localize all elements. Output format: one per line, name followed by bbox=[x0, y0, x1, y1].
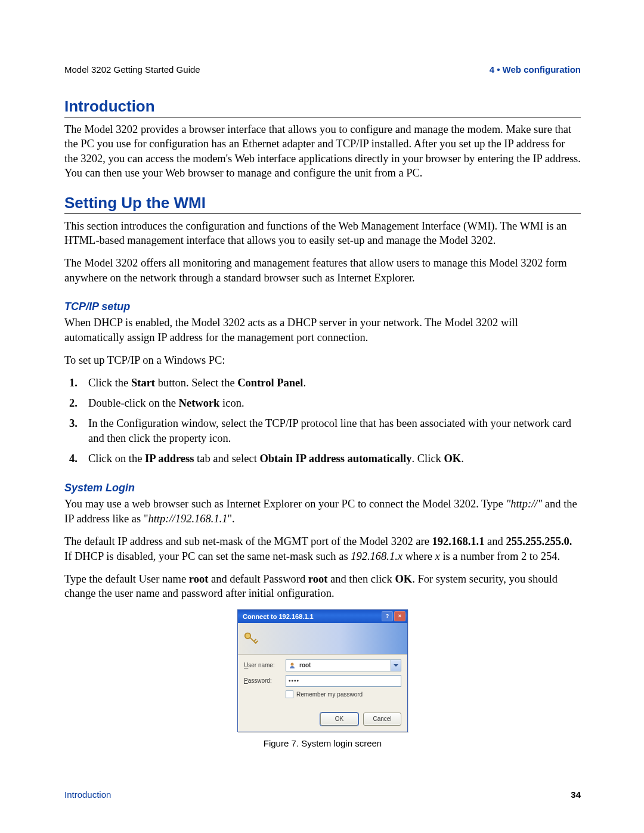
page-number: 34 bbox=[571, 789, 581, 800]
rule bbox=[64, 117, 581, 117]
wmi-paragraph-1: This section introduces the configuratio… bbox=[64, 219, 581, 248]
subsection-title-system-login: System Login bbox=[64, 482, 581, 494]
keys-icon bbox=[243, 630, 261, 648]
footer-section-name: Introduction bbox=[64, 789, 111, 800]
login-paragraph-2: The default IP address and sub net-mask … bbox=[64, 534, 581, 563]
help-button[interactable]: ? bbox=[382, 611, 393, 621]
step-4: Click on the IP address tab and select O… bbox=[85, 451, 581, 466]
user-icon bbox=[289, 662, 296, 669]
svg-point-1 bbox=[291, 662, 294, 665]
tcpip-steps-list: Click the Start button. Select the Contr… bbox=[64, 376, 581, 466]
section-title-wmi: Setting Up the WMI bbox=[64, 194, 581, 212]
header-chapter: 4 • Web configuration bbox=[490, 64, 581, 75]
step-3: In the Configuration window, select the … bbox=[85, 416, 581, 446]
section-title-introduction: Introduction bbox=[64, 97, 581, 116]
subsection-title-tcpip: TCP/IP setup bbox=[64, 301, 581, 313]
remember-label: Remember my password bbox=[296, 691, 363, 698]
chevron-down-icon[interactable] bbox=[391, 660, 401, 671]
step-2: Double-click on the Network icon. bbox=[85, 396, 581, 411]
remember-password-row[interactable]: Remember my password bbox=[244, 690, 401, 698]
step-1: Click the Start button. Select the Contr… bbox=[85, 376, 581, 391]
dialog-titlebar: Connect to 192.168.1.1 ? × bbox=[238, 610, 407, 623]
page-header: Model 3202 Getting Started Guide 4 • Web… bbox=[64, 64, 581, 75]
tcpip-paragraph-1: When DHCP is enabled, the Model 3202 act… bbox=[64, 315, 581, 345]
header-guide-name: Model 3202 Getting Started Guide bbox=[64, 64, 200, 75]
rule bbox=[64, 213, 581, 214]
username-combobox[interactable]: root bbox=[286, 659, 401, 671]
login-paragraph-3: Type the default User name root and defa… bbox=[64, 572, 581, 601]
figure-caption: Figure 7. System login screen bbox=[64, 738, 581, 748]
login-paragraph-1: You may use a web browser such as Intern… bbox=[64, 497, 581, 526]
password-label: Password: bbox=[244, 677, 286, 684]
remember-checkbox[interactable] bbox=[286, 690, 293, 698]
tcpip-paragraph-2: To set up TCP/IP on a Windows PC: bbox=[64, 353, 581, 367]
page-footer: Introduction 34 bbox=[64, 789, 581, 800]
dialog-banner bbox=[238, 623, 407, 655]
cancel-button[interactable]: Cancel bbox=[363, 713, 401, 726]
intro-paragraph: The Model 3202 provides a browser interf… bbox=[64, 122, 581, 181]
ok-button[interactable]: OK bbox=[320, 713, 358, 726]
username-label: User name: bbox=[244, 662, 286, 668]
password-input[interactable]: •••• bbox=[286, 675, 401, 687]
close-button[interactable]: × bbox=[394, 611, 405, 621]
dialog-title: Connect to 192.168.1.1 bbox=[243, 613, 314, 620]
password-value: •••• bbox=[289, 677, 299, 684]
wmi-paragraph-2: The Model 3202 offers all monitoring and… bbox=[64, 256, 581, 285]
username-value: root bbox=[299, 662, 311, 668]
login-dialog: Connect to 192.168.1.1 ? × User name: ro… bbox=[237, 609, 408, 732]
